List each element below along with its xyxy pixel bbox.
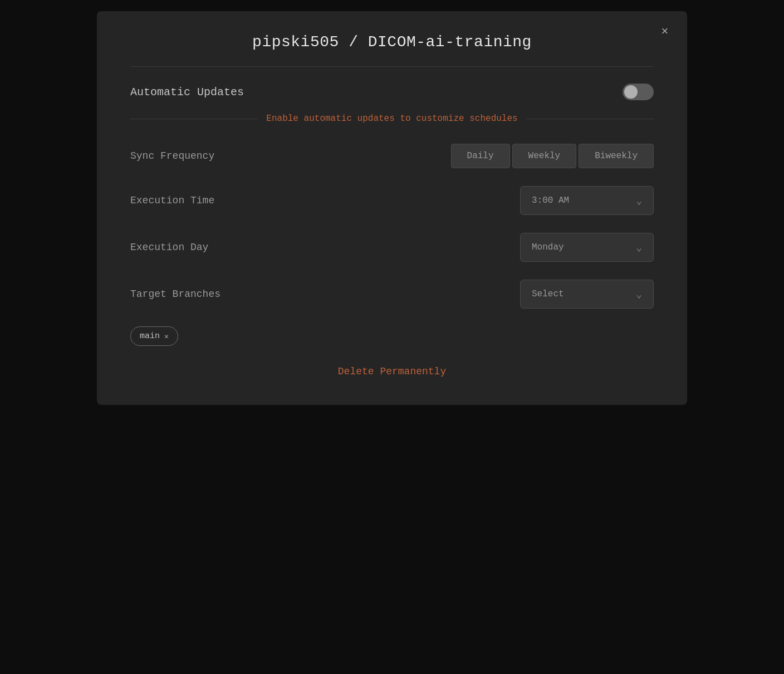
target-branches-label: Target Branches (130, 289, 220, 300)
branch-tag-main[interactable]: main ✕ (130, 326, 178, 346)
delete-permanently-button[interactable]: Delete Permanently (338, 366, 446, 377)
target-branches-placeholder: Select (532, 289, 564, 299)
auto-updates-row: Automatic Updates (130, 84, 654, 100)
execution-day-value: Monday (532, 242, 564, 252)
execution-day-chevron-icon: ⌄ (636, 241, 642, 253)
frequency-weekly-button[interactable]: Weekly (512, 144, 577, 168)
modal-title: pipski505 / DICOM-ai-training (130, 33, 654, 51)
execution-time-row: Execution Time 3:00 AM ⌄ (130, 186, 654, 215)
execution-time-chevron-icon: ⌄ (636, 194, 642, 207)
sync-frequency-row: Sync Frequency Daily Weekly Biweekly (130, 144, 654, 168)
execution-time-value: 3:00 AM (532, 196, 569, 206)
title-divider (130, 66, 654, 67)
auto-updates-toggle[interactable] (623, 84, 654, 100)
hint-line-left (130, 119, 257, 119)
target-branches-dropdown[interactable]: Select ⌄ (520, 280, 654, 309)
close-button[interactable]: × (656, 22, 674, 40)
hint-line-right (527, 119, 654, 119)
hint-text: Enable automatic updates to customize sc… (266, 114, 517, 124)
frequency-biweekly-button[interactable]: Biweekly (579, 144, 654, 168)
execution-day-dropdown[interactable]: Monday ⌄ (520, 233, 654, 262)
execution-time-label: Execution Time (130, 195, 214, 206)
settings-modal: × pipski505 / DICOM-ai-training Automati… (97, 11, 687, 405)
hint-row: Enable automatic updates to customize sc… (130, 114, 654, 124)
toggle-knob (624, 85, 638, 99)
execution-day-label: Execution Day (130, 242, 208, 253)
delete-row: Delete Permanently (130, 366, 654, 377)
execution-time-dropdown[interactable]: 3:00 AM ⌄ (520, 186, 654, 215)
selected-branches-row: main ✕ (130, 326, 654, 346)
execution-day-row: Execution Day Monday ⌄ (130, 233, 654, 262)
branch-tag-main-label: main (140, 331, 160, 341)
target-branches-row: Target Branches Select ⌄ (130, 280, 654, 309)
frequency-daily-button[interactable]: Daily (451, 144, 510, 168)
branch-tag-main-remove[interactable]: ✕ (164, 332, 169, 341)
frequency-buttons: Daily Weekly Biweekly (451, 144, 654, 168)
target-branches-chevron-icon: ⌄ (636, 288, 642, 300)
sync-frequency-label: Sync Frequency (130, 150, 214, 162)
auto-updates-label: Automatic Updates (130, 86, 244, 99)
